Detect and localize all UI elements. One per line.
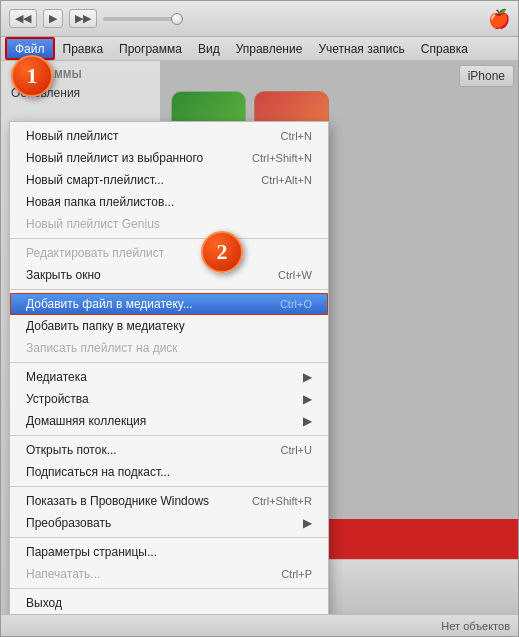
menu-item-view[interactable]: Вид xyxy=(190,37,228,60)
prev-button[interactable]: ◀◀ xyxy=(9,9,37,28)
dd-subscribe-podcast[interactable]: Подписаться на подкаст... xyxy=(10,461,328,483)
progress-track[interactable] xyxy=(103,17,183,21)
menu-item-manage[interactable]: Управление xyxy=(228,37,311,60)
dd-sep-6 xyxy=(10,537,328,538)
dd-add-folder-to-library[interactable]: Добавить папку в медиатеку xyxy=(10,315,328,337)
step-2-circle: 2 xyxy=(201,231,243,273)
dd-sep-2 xyxy=(10,289,328,290)
dd-new-playlist-selected[interactable]: Новый плейлист из выбранного Ctrl+Shift+… xyxy=(10,147,328,169)
dd-new-playlist[interactable]: Новый плейлист Ctrl+N xyxy=(10,125,328,147)
next-button[interactable]: ▶▶ xyxy=(69,9,97,28)
dd-sep-5 xyxy=(10,486,328,487)
dd-sep-7 xyxy=(10,588,328,589)
dd-sep-3 xyxy=(10,362,328,363)
dd-edit-playlist: Редактировать плейлист xyxy=(10,242,328,264)
dd-print: Напечатать... Ctrl+P xyxy=(10,563,328,585)
dd-burn-playlist: Записать плейлист на диск xyxy=(10,337,328,359)
dd-add-file-to-library[interactable]: Добавить файл в медиатеку... Ctrl+O xyxy=(10,293,328,315)
main-window: ◀◀ ▶ ▶▶ 🍎 Файл Правка Программа Вид Упра… xyxy=(0,0,519,637)
dd-open-stream[interactable]: Открыть поток... Ctrl+U xyxy=(10,439,328,461)
dd-new-folder-playlist[interactable]: Новая папка плейлистов... xyxy=(10,191,328,213)
menubar: Файл Правка Программа Вид Управление Уче… xyxy=(1,37,518,61)
step-1-circle: 1 xyxy=(11,55,53,97)
dd-media-library[interactable]: Медиатека ▶ xyxy=(10,366,328,388)
statusbar: Нет объектов xyxy=(1,614,518,636)
dd-new-smart-playlist[interactable]: Новый смарт-плейлист... Ctrl+Alt+N xyxy=(10,169,328,191)
menu-item-edit[interactable]: Правка xyxy=(55,37,112,60)
status-text: Нет объектов xyxy=(441,620,510,632)
dd-sep-4 xyxy=(10,435,328,436)
iphone-badge: iPhone xyxy=(459,65,514,87)
dd-devices[interactable]: Устройства ▶ xyxy=(10,388,328,410)
progress-thumb[interactable] xyxy=(171,13,183,25)
dd-convert[interactable]: Преобразовать ▶ xyxy=(10,512,328,534)
toolbar: ◀◀ ▶ ▶▶ 🍎 xyxy=(1,1,518,37)
content-area: Программы Обновления iPhone Цвето... Ц Н xyxy=(1,61,518,614)
menu-item-help[interactable]: Справка xyxy=(413,37,476,60)
dd-home-collection[interactable]: Домашняя коллекция ▶ xyxy=(10,410,328,432)
file-dropdown-menu: Новый плейлист Ctrl+N Новый плейлист из … xyxy=(9,121,329,614)
play-button[interactable]: ▶ xyxy=(43,9,63,28)
dd-page-setup[interactable]: Параметры страницы... xyxy=(10,541,328,563)
dd-exit[interactable]: Выход xyxy=(10,592,328,614)
dd-sep-1 xyxy=(10,238,328,239)
progress-slider-area xyxy=(103,17,482,21)
dd-genius-playlist: Новый плейлист Genius xyxy=(10,213,328,235)
menu-item-program[interactable]: Программа xyxy=(111,37,190,60)
menu-item-account[interactable]: Учетная запись xyxy=(310,37,412,60)
dd-show-in-explorer[interactable]: Показать в Проводнике Windows Ctrl+Shift… xyxy=(10,490,328,512)
dd-close-window[interactable]: Закрыть окно Ctrl+W xyxy=(10,264,328,286)
apple-logo-icon: 🍎 xyxy=(488,8,510,30)
